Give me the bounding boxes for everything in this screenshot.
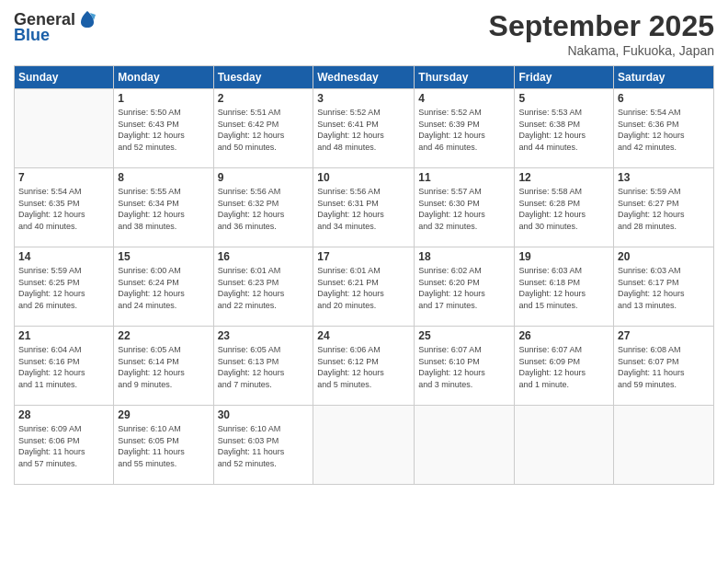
day-info: Sunrise: 6:07 AM Sunset: 6:10 PM Dayligh… [418, 344, 510, 390]
day-number: 13 [618, 171, 710, 184]
day-info: Sunrise: 5:59 AM Sunset: 6:25 PM Dayligh… [18, 265, 109, 311]
table-row: 23Sunrise: 6:05 AM Sunset: 6:13 PM Dayli… [213, 327, 313, 406]
table-row: 6Sunrise: 5:54 AM Sunset: 6:36 PM Daylig… [614, 89, 714, 168]
day-info: Sunrise: 6:06 AM Sunset: 6:12 PM Dayligh… [317, 344, 410, 390]
table-row: 15Sunrise: 6:00 AM Sunset: 6:24 PM Dayli… [114, 247, 213, 327]
day-info: Sunrise: 5:53 AM Sunset: 6:38 PM Dayligh… [518, 107, 609, 153]
day-number: 3 [317, 92, 410, 105]
day-number: 22 [118, 329, 209, 342]
day-number: 17 [317, 250, 410, 263]
day-number: 26 [518, 329, 609, 342]
col-tuesday: Tuesday [213, 66, 313, 89]
day-number: 9 [218, 171, 310, 184]
day-number: 27 [618, 329, 710, 342]
day-info: Sunrise: 5:57 AM Sunset: 6:30 PM Dayligh… [418, 186, 510, 232]
logo-icon [77, 9, 97, 29]
day-number: 4 [418, 92, 510, 105]
calendar-header-row: Sunday Monday Tuesday Wednesday Thursday… [15, 66, 714, 89]
location-subtitle: Nakama, Fukuoka, Japan [489, 43, 714, 58]
day-info: Sunrise: 5:54 AM Sunset: 6:35 PM Dayligh… [18, 186, 109, 232]
calendar-table: Sunday Monday Tuesday Wednesday Thursday… [14, 65, 714, 485]
table-row: 27Sunrise: 6:08 AM Sunset: 6:07 PM Dayli… [614, 327, 714, 406]
day-info: Sunrise: 5:58 AM Sunset: 6:28 PM Dayligh… [518, 186, 609, 232]
day-number: 19 [518, 250, 609, 263]
table-row: 24Sunrise: 6:06 AM Sunset: 6:12 PM Dayli… [313, 327, 415, 406]
col-thursday: Thursday [415, 66, 515, 89]
day-info: Sunrise: 6:09 AM Sunset: 6:06 PM Dayligh… [18, 423, 109, 469]
table-row: 17Sunrise: 6:01 AM Sunset: 6:21 PM Dayli… [313, 247, 415, 327]
day-info: Sunrise: 5:55 AM Sunset: 6:34 PM Dayligh… [118, 186, 209, 232]
day-number: 25 [418, 329, 510, 342]
table-row [15, 89, 114, 168]
table-row: 1Sunrise: 5:50 AM Sunset: 6:43 PM Daylig… [114, 89, 213, 168]
table-row [313, 406, 415, 485]
day-info: Sunrise: 6:03 AM Sunset: 6:17 PM Dayligh… [618, 265, 710, 311]
month-title: September 2025 [489, 9, 714, 43]
day-info: Sunrise: 6:10 AM Sunset: 6:03 PM Dayligh… [218, 423, 310, 469]
table-row: 21Sunrise: 6:04 AM Sunset: 6:16 PM Dayli… [15, 327, 114, 406]
day-info: Sunrise: 6:01 AM Sunset: 6:23 PM Dayligh… [218, 265, 310, 311]
day-number: 21 [18, 329, 109, 342]
day-info: Sunrise: 5:54 AM Sunset: 6:36 PM Dayligh… [618, 107, 710, 153]
logo-blue: Blue [14, 26, 50, 45]
logo: General Blue [14, 9, 97, 45]
day-info: Sunrise: 5:51 AM Sunset: 6:42 PM Dayligh… [218, 107, 310, 153]
table-row: 19Sunrise: 6:03 AM Sunset: 6:18 PM Dayli… [515, 247, 614, 327]
day-number: 16 [218, 250, 310, 263]
calendar-week-row: 28Sunrise: 6:09 AM Sunset: 6:06 PM Dayli… [15, 406, 714, 485]
title-block: September 2025 Nakama, Fukuoka, Japan [489, 9, 714, 58]
day-number: 23 [218, 329, 310, 342]
day-info: Sunrise: 6:05 AM Sunset: 6:14 PM Dayligh… [118, 344, 209, 390]
table-row: 4Sunrise: 5:52 AM Sunset: 6:39 PM Daylig… [415, 89, 515, 168]
day-info: Sunrise: 5:52 AM Sunset: 6:41 PM Dayligh… [317, 107, 410, 153]
day-number: 20 [618, 250, 710, 263]
day-info: Sunrise: 6:07 AM Sunset: 6:09 PM Dayligh… [518, 344, 609, 390]
day-info: Sunrise: 6:03 AM Sunset: 6:18 PM Dayligh… [518, 265, 609, 311]
table-row: 12Sunrise: 5:58 AM Sunset: 6:28 PM Dayli… [515, 168, 614, 247]
table-row: 8Sunrise: 5:55 AM Sunset: 6:34 PM Daylig… [114, 168, 213, 247]
day-number: 15 [118, 250, 209, 263]
day-info: Sunrise: 6:05 AM Sunset: 6:13 PM Dayligh… [218, 344, 310, 390]
day-info: Sunrise: 6:02 AM Sunset: 6:20 PM Dayligh… [418, 265, 510, 311]
col-monday: Monday [114, 66, 213, 89]
table-row: 7Sunrise: 5:54 AM Sunset: 6:35 PM Daylig… [15, 168, 114, 247]
day-info: Sunrise: 5:50 AM Sunset: 6:43 PM Dayligh… [118, 107, 209, 153]
table-row [614, 406, 714, 485]
day-info: Sunrise: 5:59 AM Sunset: 6:27 PM Dayligh… [618, 186, 710, 232]
table-row: 5Sunrise: 5:53 AM Sunset: 6:38 PM Daylig… [515, 89, 614, 168]
col-wednesday: Wednesday [313, 66, 415, 89]
table-row: 18Sunrise: 6:02 AM Sunset: 6:20 PM Dayli… [415, 247, 515, 327]
table-row: 11Sunrise: 5:57 AM Sunset: 6:30 PM Dayli… [415, 168, 515, 247]
calendar-week-row: 14Sunrise: 5:59 AM Sunset: 6:25 PM Dayli… [15, 247, 714, 327]
table-row: 30Sunrise: 6:10 AM Sunset: 6:03 PM Dayli… [213, 406, 313, 485]
calendar-week-row: 1Sunrise: 5:50 AM Sunset: 6:43 PM Daylig… [15, 89, 714, 168]
day-number: 5 [518, 92, 609, 105]
table-row [515, 406, 614, 485]
table-row: 9Sunrise: 5:56 AM Sunset: 6:32 PM Daylig… [213, 168, 313, 247]
day-info: Sunrise: 5:56 AM Sunset: 6:32 PM Dayligh… [218, 186, 310, 232]
day-info: Sunrise: 6:10 AM Sunset: 6:05 PM Dayligh… [118, 423, 209, 469]
day-number: 12 [518, 171, 609, 184]
day-number: 11 [418, 171, 510, 184]
day-info: Sunrise: 6:08 AM Sunset: 6:07 PM Dayligh… [618, 344, 710, 390]
calendar-week-row: 21Sunrise: 6:04 AM Sunset: 6:16 PM Dayli… [15, 327, 714, 406]
table-row: 28Sunrise: 6:09 AM Sunset: 6:06 PM Dayli… [15, 406, 114, 485]
day-info: Sunrise: 5:56 AM Sunset: 6:31 PM Dayligh… [317, 186, 410, 232]
day-info: Sunrise: 6:04 AM Sunset: 6:16 PM Dayligh… [18, 344, 109, 390]
table-row: 16Sunrise: 6:01 AM Sunset: 6:23 PM Dayli… [213, 247, 313, 327]
table-row [415, 406, 515, 485]
table-row: 22Sunrise: 6:05 AM Sunset: 6:14 PM Dayli… [114, 327, 213, 406]
day-number: 8 [118, 171, 209, 184]
col-saturday: Saturday [614, 66, 714, 89]
table-row: 20Sunrise: 6:03 AM Sunset: 6:17 PM Dayli… [614, 247, 714, 327]
table-row: 14Sunrise: 5:59 AM Sunset: 6:25 PM Dayli… [15, 247, 114, 327]
day-number: 28 [18, 408, 109, 421]
day-info: Sunrise: 5:52 AM Sunset: 6:39 PM Dayligh… [418, 107, 510, 153]
day-number: 18 [418, 250, 510, 263]
day-number: 14 [18, 250, 109, 263]
day-number: 30 [218, 408, 310, 421]
table-row: 10Sunrise: 5:56 AM Sunset: 6:31 PM Dayli… [313, 168, 415, 247]
day-number: 6 [618, 92, 710, 105]
day-number: 2 [218, 92, 310, 105]
calendar-week-row: 7Sunrise: 5:54 AM Sunset: 6:35 PM Daylig… [15, 168, 714, 247]
